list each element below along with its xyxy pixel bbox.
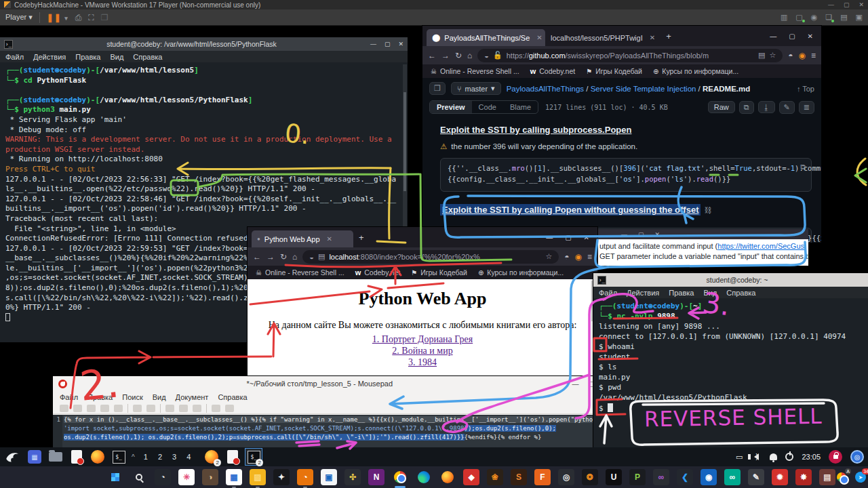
taskbar-mousepad-running[interactable] (224, 449, 241, 465)
copy-button[interactable] (179, 405, 188, 412)
chrome-tray-icon[interactable]: A (835, 471, 848, 483)
windows-search-button[interactable] (131, 469, 147, 485)
menu-файл[interactable]: Файл (599, 289, 617, 297)
app-menu-button[interactable]: ≡ (811, 51, 816, 60)
twitter-link[interactable]: https://twitter.com/SecGus (717, 242, 804, 250)
vscode-icon[interactable]: ❮ (677, 469, 693, 485)
vm-clock[interactable]: 23:05 (802, 453, 821, 461)
anchor-link-icon[interactable]: ⛓ (704, 206, 711, 214)
tab-close-icon[interactable]: ✕ (536, 34, 542, 41)
terminal2-menubar[interactable]: ФайлДействияПравкаВидСправка (593, 287, 868, 298)
unity-button[interactable]: ❐ (101, 13, 108, 22)
raw-button[interactable]: Raw (708, 101, 735, 113)
printer-app-icon[interactable]: ▤ (819, 469, 835, 485)
copy-code-button[interactable]: ⧉ (800, 163, 806, 171)
menu-файл[interactable]: Файл (5, 53, 24, 61)
outline-button[interactable]: ≣ (799, 101, 814, 114)
folder-launcher[interactable] (47, 449, 64, 465)
close-button[interactable]: ✕ (584, 234, 589, 241)
payload-text[interactable]: {% for x in ().__class__.__base__.__subc… (62, 415, 600, 447)
reload-button[interactable]: ↻ (280, 252, 287, 262)
reader-mode-icon[interactable]: ▤ (758, 51, 765, 60)
mousepad-menubar[interactable]: ФайлПравкаПоискВидДокументСправка (53, 391, 600, 403)
host-close-button[interactable]: ✕ (859, 1, 864, 8)
usb-device-icon[interactable]: ▥ (781, 13, 787, 22)
file-explorer-icon[interactable]: ▨ (250, 469, 266, 485)
menu-правка[interactable]: Правка (75, 53, 100, 61)
app-menu-button[interactable]: ≡ (587, 252, 592, 262)
breadcrumb-repo[interactable]: PayloadsAllTheThings (507, 85, 584, 93)
bookmark-courses[interactable]: ⊕Курсы по информаци... (653, 67, 738, 75)
url-bar[interactable]: ◒ ▤ localhost:8080/index?book={%%20for%2… (302, 250, 559, 264)
firefox-taskbar-icon[interactable] (439, 469, 456, 485)
menu-действия[interactable]: Действия (33, 53, 66, 61)
gauge-app-icon[interactable]: ◔ (155, 469, 171, 485)
windows-start-button[interactable] (107, 469, 123, 485)
branch-selector[interactable]: ⑂master ▾ (451, 82, 501, 95)
menu-правка[interactable]: Правка (87, 393, 113, 401)
back-button[interactable]: ← (428, 51, 436, 60)
menu-действия[interactable]: Действия (627, 289, 659, 297)
fullscreen-button[interactable]: ⛶ (88, 13, 94, 22)
portrait-app-icon[interactable]: ◑ (202, 469, 218, 485)
suspend-button[interactable]: ❚❚ ▾ (47, 13, 68, 22)
firefox-launcher[interactable] (90, 449, 106, 465)
workspace-pager[interactable]: 1 2 3 4 (144, 453, 195, 461)
mousepad-launcher[interactable] (68, 449, 85, 465)
red-app-icon[interactable]: ◆ (463, 469, 479, 485)
mousepad-window[interactable]: *~/Рабочий стол/tmp_lesson_5 - Mousepad … (53, 376, 600, 447)
terminal2-output[interactable]: ┌──(student⊛codeby)-[~]└─$ nc -nvlp 9898… (593, 298, 868, 447)
tracking-shield-icon[interactable]: ◒ (484, 52, 489, 60)
menu-вид[interactable]: Вид (153, 393, 166, 401)
maximize-button[interactable]: ▢ (384, 41, 391, 47)
download-button[interactable]: ⭳ (758, 101, 775, 113)
fl-studio-icon[interactable]: ❀ (487, 469, 503, 485)
cd-device-icon[interactable]: ◉ (811, 13, 818, 22)
save-as-button[interactable] (100, 405, 109, 412)
tab-close-icon[interactable]: ✕ (650, 34, 655, 41)
chrome-taskbar-icon[interactable] (392, 469, 408, 485)
new-file-button[interactable] (60, 405, 68, 412)
calendar-app-icon[interactable]: ▦ (226, 469, 242, 485)
copy-raw-button[interactable]: ⧉ (739, 101, 754, 114)
network-device-icon[interactable]: ❏ (825, 13, 832, 22)
onenote-icon[interactable]: N (368, 469, 384, 485)
close-button[interactable]: ✕ (808, 33, 813, 40)
minimize-button[interactable]: — (546, 234, 553, 241)
tab-payloadsallthethings[interactable]: ⬤ PayloadsAllTheThings/Se✕ (427, 29, 545, 46)
minimize-button[interactable]: — (770, 33, 776, 40)
new-tab-button[interactable]: + (353, 232, 370, 243)
map-pin-app-icon[interactable]: ◉ (701, 469, 717, 485)
visual-studio-icon[interactable]: ∞ (653, 469, 669, 485)
account-fox-icon[interactable]: ◉ (575, 252, 582, 262)
player-menu-button[interactable]: Player ▾ (5, 13, 33, 22)
bookmark-star-icon[interactable]: ☆ (769, 51, 776, 60)
heading-popen-no-offset[interactable]: Exploit the SSTI by calling Popen withou… (440, 204, 701, 216)
power-tray-icon[interactable] (785, 453, 793, 461)
menu-вид[interactable]: Вид (703, 289, 717, 297)
notifications-bell-icon[interactable] (770, 453, 777, 460)
breadcrumb-folder[interactable]: Server Side Template Injection (591, 85, 696, 93)
back-to-top-link[interactable]: ↑ Top (797, 85, 814, 93)
bookmark-codeby[interactable]: wCodeby.net (530, 67, 576, 75)
bird-tray-icon[interactable]: ➤34 (854, 471, 867, 483)
volume-icon[interactable] (751, 453, 759, 460)
bookmark-star-icon[interactable]: ☆ (545, 252, 552, 261)
menu-справка[interactable]: Справка (218, 393, 247, 401)
tab-close-icon[interactable]: ✕ (327, 235, 332, 243)
host-minimize-button[interactable]: — (828, 1, 834, 8)
display-device-icon[interactable]: ▢ (795, 13, 802, 22)
undo-button[interactable] (133, 405, 142, 412)
minimize-button[interactable]: — (370, 41, 376, 47)
close-file-button[interactable] (114, 405, 123, 412)
back-button[interactable]: ← (253, 252, 261, 262)
screen-lock-icon[interactable] (829, 450, 842, 464)
menu-правка[interactable]: Правка (669, 289, 694, 297)
red-gear-app-icon[interactable]: ✹ (772, 469, 788, 485)
menu-файл[interactable]: Файл (60, 393, 78, 401)
redo-button[interactable] (146, 405, 155, 412)
menu-поиск[interactable]: Поиск (122, 393, 142, 401)
terminal-window-netcat[interactable]: ›_ student@codeby: ~ ФайлДействияПравкаВ… (593, 273, 868, 447)
forward-button[interactable]: → (267, 252, 275, 262)
terminal2-titlebar[interactable]: ›_ student@codeby: ~ (593, 273, 868, 287)
